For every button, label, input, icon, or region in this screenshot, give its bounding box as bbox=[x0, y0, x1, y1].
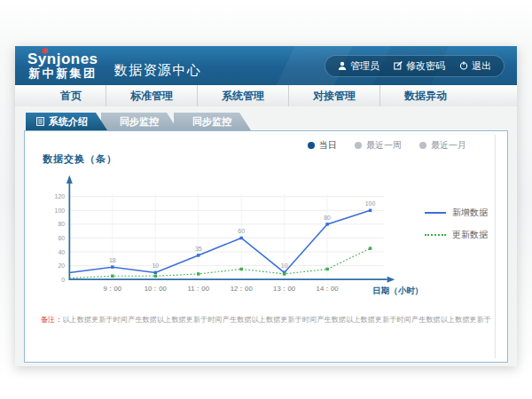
svg-text:0: 0 bbox=[61, 277, 65, 283]
svg-text:9：00: 9：00 bbox=[103, 285, 121, 293]
radio-dot-icon bbox=[355, 142, 362, 149]
admin-user-button[interactable]: 管理员 bbox=[338, 59, 379, 73]
svg-text:11：00: 11：00 bbox=[187, 285, 209, 293]
svg-text:14：00: 14：00 bbox=[317, 285, 340, 293]
content-area: 系统介绍 同步监控 同步监控 当日 最近一周 bbox=[15, 106, 517, 366]
svg-text:80: 80 bbox=[58, 221, 65, 227]
svg-text:80: 80 bbox=[324, 215, 331, 221]
user-toolbar: 管理员 修改密码 退出 bbox=[325, 55, 505, 77]
svg-text:18: 18 bbox=[109, 257, 116, 263]
app-window: ✱ Synjones 新中新集团 数据资源中心 管理员 修改密码 bbox=[15, 46, 517, 366]
chart-panel: 当日 最近一周 最近一月 数据交换（条） 0204060801001209：00… bbox=[24, 130, 508, 363]
radio-last-week[interactable]: 最近一周 bbox=[355, 139, 402, 152]
edit-icon bbox=[394, 61, 403, 70]
nav-item-system-mgmt[interactable]: 系统管理 bbox=[197, 85, 288, 106]
svg-text:120: 120 bbox=[55, 193, 66, 200]
tab-sync-monitor-2[interactable]: 同步监控 bbox=[174, 113, 251, 130]
chart-container: 0204060801001209：0010：0011：0012：0013：001… bbox=[37, 167, 488, 303]
svg-text:100: 100 bbox=[365, 200, 376, 207]
footnote: 备注：以上数据更新于时间产生数据以上数据更新于时间产生数据以上数据更新于时间产生… bbox=[25, 315, 507, 325]
document-icon bbox=[36, 117, 44, 126]
footnote-text: 以上数据更新于时间产生数据以上数据更新于时间产生数据以上数据更新于时间产生数据以… bbox=[62, 316, 491, 324]
panel-scrollbar[interactable] bbox=[495, 135, 496, 358]
svg-text:60: 60 bbox=[58, 235, 65, 241]
svg-text:10: 10 bbox=[152, 262, 159, 269]
logo-spark-icon: ✱ bbox=[41, 47, 48, 57]
main-nav: 首页 标准管理 系统管理 对接管理 数据异动 bbox=[15, 85, 517, 107]
y-axis-title: 数据交换（条） bbox=[43, 153, 117, 166]
chart-legend: 新增数据 更新数据 bbox=[425, 207, 488, 241]
svg-text:10: 10 bbox=[281, 262, 288, 269]
user-icon bbox=[338, 61, 347, 70]
blue-line-icon bbox=[425, 212, 446, 214]
radio-today[interactable]: 当日 bbox=[308, 139, 337, 152]
time-range-filter: 当日 最近一周 最近一月 bbox=[308, 139, 466, 152]
legend-item-updated-data: 更新数据 bbox=[425, 229, 488, 241]
radio-dot-icon bbox=[419, 142, 426, 149]
radio-last-month[interactable]: 最近一月 bbox=[419, 139, 466, 152]
change-password-button[interactable]: 修改密码 bbox=[394, 59, 445, 73]
nav-item-home[interactable]: 首页 bbox=[36, 85, 106, 106]
legend-item-new-data: 新增数据 bbox=[425, 207, 488, 219]
svg-text:10：00: 10：00 bbox=[145, 285, 168, 293]
page-title: 数据资源中心 bbox=[114, 62, 202, 79]
svg-text:13：00: 13：00 bbox=[273, 285, 296, 293]
footnote-prefix: 备注： bbox=[41, 316, 63, 324]
logo-text-cn: 新中新集团 bbox=[27, 67, 98, 80]
svg-text:12：00: 12：00 bbox=[231, 285, 254, 293]
line-chart: 0204060801001209：0010：0011：0012：0013：001… bbox=[37, 167, 425, 303]
svg-text:40: 40 bbox=[58, 249, 65, 255]
svg-text:60: 60 bbox=[238, 228, 245, 234]
logo-text-en: Synjones bbox=[27, 51, 98, 67]
tab-system-intro[interactable]: 系统介绍 bbox=[26, 113, 107, 130]
app-header: ✱ Synjones 新中新集团 数据资源中心 管理员 修改密码 bbox=[15, 46, 517, 85]
logout-button[interactable]: 退出 bbox=[459, 59, 491, 73]
svg-text:100: 100 bbox=[55, 207, 66, 214]
company-logo: ✱ Synjones 新中新集团 bbox=[27, 51, 98, 80]
radio-dot-icon bbox=[308, 142, 315, 149]
svg-text:20: 20 bbox=[58, 262, 65, 269]
tab-sync-monitor-1[interactable]: 同步监控 bbox=[101, 113, 178, 130]
svg-text:35: 35 bbox=[195, 246, 202, 252]
nav-item-data-change[interactable]: 数据异动 bbox=[379, 85, 471, 106]
svg-text:日期（小时）: 日期（小时） bbox=[372, 286, 423, 296]
green-dotted-line-icon bbox=[425, 234, 446, 236]
nav-item-standard-mgmt[interactable]: 标准管理 bbox=[106, 85, 197, 106]
power-icon bbox=[459, 61, 468, 70]
tab-bar: 系统介绍 同步监控 同步监控 bbox=[26, 113, 508, 130]
nav-item-interface-mgmt[interactable]: 对接管理 bbox=[288, 85, 379, 106]
